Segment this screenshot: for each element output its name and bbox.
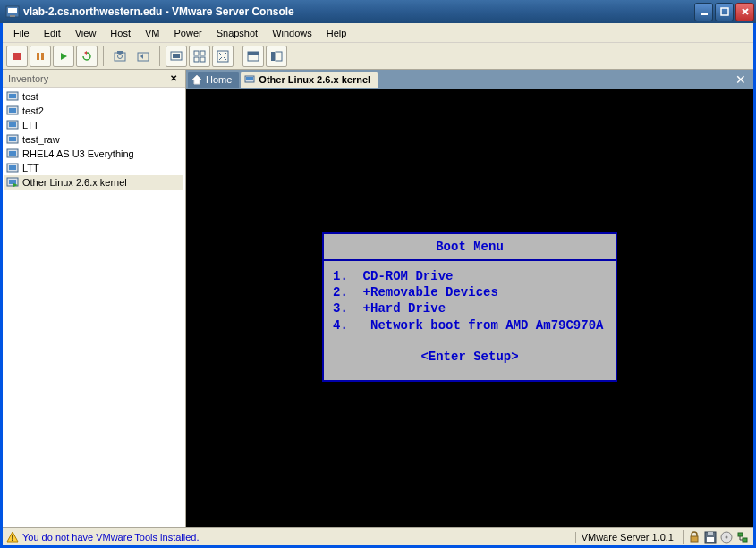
app-icon: [5, 4, 20, 19]
inventory-item[interactable]: test: [4, 89, 183, 104]
svg-rect-34: [9, 165, 16, 170]
stop-button[interactable]: [6, 46, 28, 67]
svg-rect-30: [9, 137, 16, 141]
boot-menu-item[interactable]: 2. +Removable Devices: [333, 284, 607, 300]
svg-rect-40: [691, 536, 698, 542]
reset-button[interactable]: [76, 46, 98, 67]
lock-icon[interactable]: [687, 530, 701, 544]
close-button[interactable]: [735, 3, 754, 21]
quick-switch-button[interactable]: [189, 46, 210, 67]
inventory-item[interactable]: test_raw: [4, 132, 183, 147]
svg-point-9: [118, 54, 123, 58]
inventory-item-label: RHEL4 AS U3 Everything: [22, 148, 134, 159]
snapshot-button[interactable]: [109, 46, 131, 67]
vm-console[interactable]: Boot Menu 1. CD-ROM Drive 2. +Removable …: [186, 89, 753, 527]
warning-icon: !: [6, 531, 19, 544]
inventory-item-label: test_raw: [22, 134, 60, 145]
menu-file[interactable]: File: [6, 26, 37, 40]
boot-enter-setup[interactable]: <Enter Setup>: [333, 350, 607, 364]
menu-bar: File Edit View Host VM Power Snapshot Wi…: [3, 23, 753, 43]
menu-vm[interactable]: VM: [138, 26, 167, 40]
status-version: VMware Server 1.0.1: [575, 532, 679, 543]
status-warning-text[interactable]: You do not have VMware Tools installed.: [22, 532, 572, 543]
svg-rect-1: [8, 8, 17, 13]
svg-rect-3: [701, 13, 708, 15]
svg-rect-32: [9, 151, 16, 156]
svg-rect-15: [200, 51, 205, 55]
vm-running-icon: [6, 176, 19, 189]
inventory-item[interactable]: Other Linux 2.6.x kernel: [4, 175, 183, 190]
tab-bar: Home Other Linux 2.6.x kernel ✕: [186, 70, 753, 89]
svg-rect-13: [173, 54, 180, 58]
menu-host[interactable]: Host: [103, 26, 138, 40]
cdrom-icon[interactable]: [719, 530, 734, 544]
floppy-icon[interactable]: [703, 530, 718, 544]
vm-icon: [6, 162, 19, 174]
inventory-list: test test2 LTT test_raw RHEL4 AS U3 Ever…: [3, 88, 185, 527]
svg-rect-5: [13, 53, 21, 60]
bios-boot-menu: Boot Menu 1. CD-ROM Drive 2. +Removable …: [322, 232, 617, 382]
tab-close-button[interactable]: ✕: [730, 72, 752, 87]
svg-rect-2: [10, 15, 15, 17]
svg-rect-16: [194, 57, 199, 62]
menu-view[interactable]: View: [68, 26, 104, 40]
boot-menu-item[interactable]: 3. +Hard Drive: [333, 300, 607, 316]
vm-icon: [6, 119, 19, 131]
svg-rect-47: [743, 538, 747, 542]
home-icon: [191, 74, 202, 85]
svg-rect-6: [37, 53, 39, 60]
svg-rect-43: [707, 537, 714, 542]
inventory-item-label: test2: [22, 105, 44, 116]
svg-point-45: [726, 535, 728, 538]
network-icon[interactable]: [735, 530, 750, 544]
revert-button[interactable]: [132, 46, 154, 67]
inventory-button[interactable]: [266, 46, 287, 67]
svg-rect-10: [117, 51, 123, 54]
inventory-item-label: Other Linux 2.6.x kernel: [22, 177, 127, 188]
inventory-item-label: LTT: [22, 163, 39, 173]
menu-windows[interactable]: Windows: [265, 26, 319, 40]
svg-rect-4: [721, 8, 728, 15]
boot-menu-title: Boot Menu: [324, 234, 616, 261]
sidebar-close-button[interactable]: ✕: [167, 72, 180, 85]
show-console-button[interactable]: [166, 46, 187, 67]
inventory-item[interactable]: LTT: [4, 118, 183, 132]
window-title: vlab-2.cs.northwestern.edu - VMware Serv…: [23, 5, 694, 18]
tab-active-vm[interactable]: Other Linux 2.6.x kernel: [241, 72, 378, 88]
minimize-button[interactable]: [694, 3, 713, 21]
vm-icon: [6, 90, 19, 103]
svg-text:!: !: [12, 534, 14, 543]
maximize-button[interactable]: [715, 3, 734, 21]
sidebar-title: Inventory: [8, 73, 167, 84]
menu-power[interactable]: Power: [166, 26, 208, 40]
status-bar: ! You do not have VMware Tools installed…: [3, 527, 753, 545]
inventory-item[interactable]: RHEL4 AS U3 Everything: [4, 147, 183, 161]
boot-menu-item[interactable]: 4. Network boot from AMD Am79C970A: [333, 317, 607, 333]
fullscreen-button[interactable]: [212, 46, 234, 67]
summary-button[interactable]: [242, 46, 264, 67]
vm-icon: [244, 74, 255, 85]
window-titlebar: vlab-2.cs.northwestern.edu - VMware Serv…: [0, 0, 756, 23]
inventory-item-label: LTT: [22, 120, 39, 131]
tab-label: Home: [206, 74, 232, 85]
toolbar: [3, 43, 753, 70]
svg-rect-42: [708, 532, 713, 535]
svg-rect-20: [248, 52, 259, 55]
status-tray: [683, 530, 750, 544]
svg-rect-38: [246, 77, 253, 80]
menu-edit[interactable]: Edit: [37, 26, 68, 40]
tab-home[interactable]: Home: [188, 72, 239, 88]
vm-icon: [6, 133, 19, 146]
boot-menu-item[interactable]: 1. CD-ROM Drive: [333, 268, 607, 284]
menu-snapshot[interactable]: Snapshot: [209, 26, 265, 40]
svg-rect-18: [217, 51, 228, 62]
inventory-item[interactable]: LTT: [4, 161, 183, 175]
pause-button[interactable]: [30, 46, 51, 67]
play-button[interactable]: [53, 46, 74, 67]
inventory-item[interactable]: test2: [4, 104, 183, 118]
svg-rect-24: [9, 94, 16, 98]
svg-rect-46: [738, 533, 743, 536]
svg-rect-14: [194, 51, 199, 55]
vm-icon: [6, 105, 19, 117]
menu-help[interactable]: Help: [319, 26, 354, 40]
